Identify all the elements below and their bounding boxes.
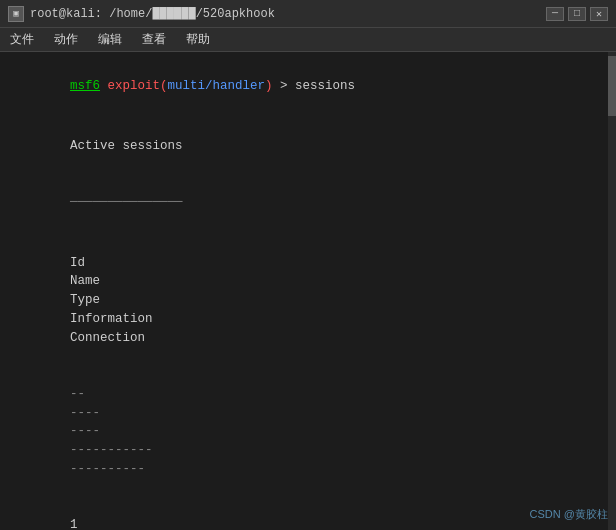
menubar: 文件 动作 编辑 查看 帮助 [0,28,616,52]
table-header: Id Name Type Information Connection [10,235,606,366]
prompt1: msf6 [70,79,100,93]
minimize-button[interactable]: ─ [546,7,564,21]
menu-view[interactable]: 查看 [138,29,170,50]
menu-action[interactable]: 动作 [50,29,82,50]
scrollbar[interactable] [608,52,616,530]
terminal-output[interactable]: msf6 exploit(multi/handler) > sessions A… [0,52,616,530]
table-header-sep: -- ---- ---- ----------- ---------- [10,366,606,497]
menu-help[interactable]: 帮助 [182,29,214,50]
watermark: CSDN @黄胶柱 [530,507,608,522]
window-title: root@kali: /home/██████/520apkhook [30,7,275,21]
close-button[interactable]: ✕ [590,7,608,21]
active-sessions-label: Active sessions [10,118,606,174]
active-sessions-sep: ─────────────── [10,175,606,231]
maximize-button[interactable]: □ [568,7,586,21]
command-sessions: msf6 exploit(multi/handler) > sessions [10,58,606,114]
menu-file[interactable]: 文件 [6,29,38,50]
scrollbar-thumb[interactable] [608,56,616,116]
window-icon: ▣ [8,6,24,22]
module1: exploit(multi/handler) [108,79,273,93]
window-controls: ─ □ ✕ [546,7,608,21]
menu-edit[interactable]: 编辑 [94,29,126,50]
title-bar: ▣ root@kali: /home/██████/520apkhook ─ □… [0,0,616,28]
table-row: 1 meterpreter dalvik/ u0_a450 @ localhos… [10,497,606,530]
